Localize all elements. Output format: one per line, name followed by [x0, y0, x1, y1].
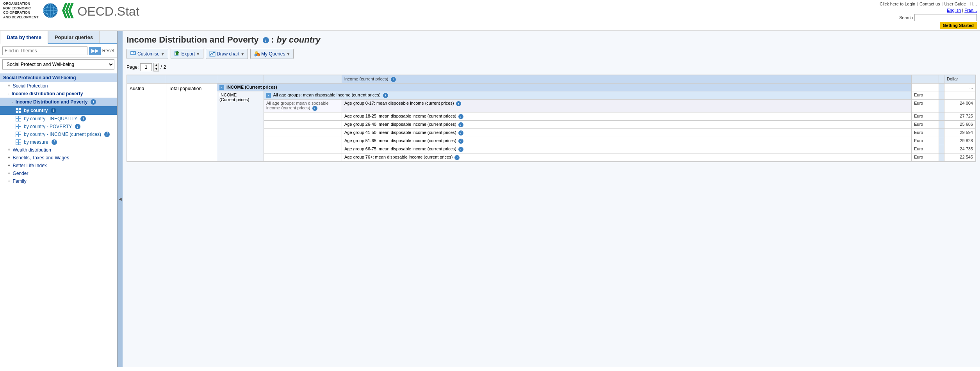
french-link[interactable]: Fran...	[964, 8, 977, 12]
section-header-social-protection-well-being[interactable]: Social Protection and Well-being	[0, 73, 117, 82]
draw-chart-button[interactable]: Draw chart ▼	[206, 49, 248, 59]
age-41-50-unit: Euro	[912, 129, 939, 137]
english-link[interactable]: English	[947, 8, 961, 12]
getting-started-button[interactable]: Getting Started	[940, 22, 977, 29]
help-link[interactable]: H...	[970, 2, 977, 6]
plus-icon-better-life: +	[8, 163, 10, 168]
table-row: Austria Total population - INCOME (Curre…	[127, 84, 976, 91]
search-label: Search	[899, 15, 913, 20]
sidebar-item-by-country-income[interactable]: by country - INCOME (current prices) i	[0, 130, 117, 138]
sidebar-item-family[interactable]: + Family	[0, 177, 117, 185]
globe-icon	[43, 3, 58, 18]
sidebar-item-by-country-poverty[interactable]: by country - POVERTY i	[0, 123, 117, 130]
age-66-75-measure-empty	[264, 145, 342, 153]
sidebar-item-benefits-taxes-wages[interactable]: + Benefits, Taxes and Wages	[0, 154, 117, 162]
page-down-arrow[interactable]: ▼	[154, 67, 159, 71]
login-link[interactable]: Click here to Login	[880, 2, 915, 6]
language-links: English | Fran...	[880, 8, 977, 12]
data-table-wrap: income (current prices) i Dollar Austria…	[127, 75, 976, 162]
info-icon-title[interactable]: i	[263, 37, 269, 43]
age-66-75-value: 24 735	[944, 145, 976, 153]
age-0-17-measure-parent: All age groups: mean disposableincome (c…	[264, 100, 342, 112]
svg-rect-14	[16, 116, 18, 118]
plus-icon-gender: +	[8, 171, 10, 175]
sidebar-item-income-dist-poverty[interactable]: - Income distribution and poverty	[0, 90, 117, 98]
info-icon-age-76-plus[interactable]: i	[454, 155, 460, 160]
sidebar-item-by-country[interactable]: by country i	[0, 106, 117, 115]
tab-data-by-theme[interactable]: Data by theme	[0, 31, 48, 44]
info-icon-income-header[interactable]: i	[391, 77, 396, 82]
top-right-area: Click here to Login | Contact us | User …	[880, 2, 977, 29]
all-age-value	[944, 91, 976, 100]
age-51-65-scroll	[939, 137, 944, 145]
theme-dropdown-wrap: Social Protection and Well-being	[0, 58, 117, 72]
sidebar-collapse-button[interactable]	[117, 31, 123, 367]
find-row: ▶▶ Reset	[0, 44, 117, 58]
my-queries-button[interactable]: My Queries ▼	[250, 49, 294, 59]
info-icon-by-country[interactable]: i	[51, 108, 56, 113]
age-26-40-unit: Euro	[912, 121, 939, 129]
info-icon-age-66-75[interactable]: i	[458, 147, 463, 152]
info-icon-poverty[interactable]: i	[75, 124, 80, 129]
collapse-all-age-icon[interactable]: -	[266, 93, 271, 98]
page-stepper[interactable]: ▲ ▼	[153, 63, 159, 71]
svg-rect-31	[16, 143, 18, 144]
age-0-17-unit: Euro	[912, 100, 939, 112]
customise-button[interactable]: Customise ▼	[127, 49, 168, 59]
info-icon-age-18-25[interactable]: i	[458, 114, 463, 119]
sidebar-item-wealth-distribution[interactable]: + Wealth distribution	[0, 146, 117, 154]
top-links[interactable]: Click here to Login | Contact us | User …	[880, 2, 977, 6]
income-group-unit	[912, 84, 939, 91]
info-icon-age-parent[interactable]: i	[312, 106, 317, 111]
search-input[interactable]	[914, 14, 977, 21]
info-icon-all-age[interactable]: i	[383, 93, 388, 98]
total-pages: /	[160, 64, 162, 70]
toolbar: Customise ▼ Export ▼ Draw chart ▼	[127, 49, 976, 59]
col-header-measure	[264, 75, 342, 84]
svg-rect-15	[19, 116, 21, 118]
find-reset-button[interactable]: Reset	[102, 48, 114, 54]
data-table: income (current prices) i Dollar Austria…	[127, 75, 976, 162]
page-up-arrow[interactable]: ▲	[154, 63, 159, 67]
find-input[interactable]	[2, 46, 87, 55]
info-icon-income-dist[interactable]: i	[91, 99, 96, 105]
theme-dropdown[interactable]: Social Protection and Well-being	[2, 59, 114, 70]
svg-rect-36	[134, 52, 135, 54]
page-title: Income Distribution and Poverty i : by c…	[127, 35, 976, 45]
content-area: Income Distribution and Poverty i : by c…	[123, 31, 980, 367]
collapse-income-icon[interactable]: -	[219, 85, 224, 90]
sidebar-item-social-protection[interactable]: + Social Protection	[0, 82, 117, 90]
contact-link[interactable]: Contact us	[919, 2, 940, 6]
info-icon-age-51-65[interactable]: i	[458, 139, 463, 144]
info-icon-inequality[interactable]: i	[80, 116, 86, 121]
total-pages-value: 2	[164, 64, 166, 70]
grid-icon-inequality	[16, 116, 21, 121]
search-row: Search	[880, 14, 977, 21]
svg-rect-34	[131, 52, 133, 53]
sidebar-item-income-dist-poverty-sub[interactable]: - Income Distribution and Poverty i	[0, 98, 117, 106]
logo-area: ORGANISATION FOR ECONOMIC CO-OPERATION A…	[3, 2, 139, 20]
sidebar-item-gender[interactable]: + Gender	[0, 169, 117, 177]
age-18-25-scroll	[939, 112, 944, 121]
info-icon-income-current[interactable]: i	[104, 132, 110, 137]
find-go-button[interactable]: ▶▶	[89, 47, 101, 55]
info-icon-by-measure[interactable]: i	[52, 139, 57, 145]
plus-icon-benefits: +	[8, 155, 10, 160]
svg-rect-30	[19, 140, 21, 142]
info-icon-age-41-50[interactable]: i	[458, 130, 463, 136]
sidebar-item-by-measure[interactable]: by measure i	[0, 138, 117, 146]
info-icon-age-26-40[interactable]: i	[458, 122, 463, 127]
income-sub-label-cell: INCOME(Current prices)	[217, 91, 264, 162]
all-age-groups-cell: - All age groups: mean disposable income…	[264, 91, 912, 100]
page-number-input[interactable]	[140, 63, 152, 71]
export-dropdown-arrow: ▼	[196, 52, 200, 56]
user-guide-link[interactable]: User Guide	[944, 2, 966, 6]
tab-popular-queries[interactable]: Popular queries	[48, 31, 100, 43]
svg-rect-19	[16, 124, 18, 126]
col-header-measure-group	[217, 75, 264, 84]
age-18-25-unit: Euro	[912, 112, 939, 121]
export-button[interactable]: Export ▼	[171, 49, 204, 59]
sidebar-item-by-country-inequality[interactable]: by country - INEQUALITY i	[0, 115, 117, 123]
sidebar-item-better-life-index[interactable]: + Better Life Index	[0, 162, 117, 169]
info-icon-age-0-17[interactable]: i	[456, 101, 461, 106]
